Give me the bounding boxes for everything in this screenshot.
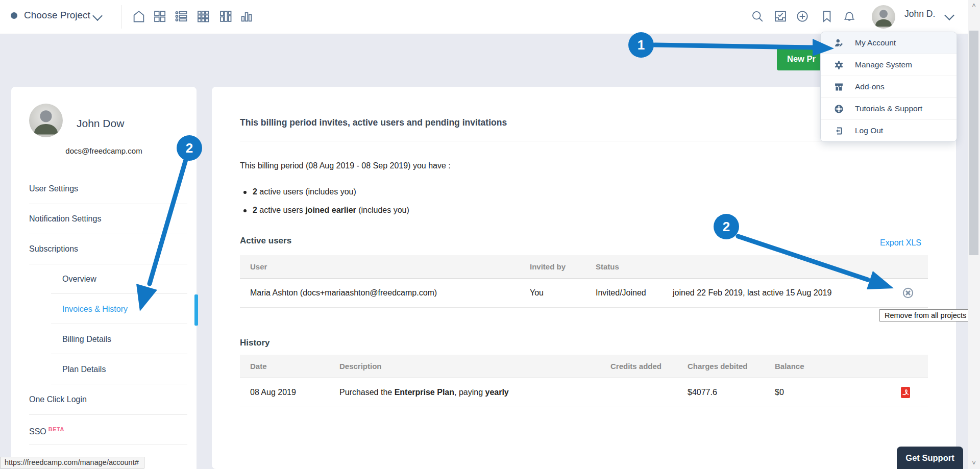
browser-status-url: https://freedcamp.com/manage/account# <box>0 457 144 468</box>
notifications-bell-icon[interactable] <box>841 8 857 24</box>
cell-balance: $0 <box>765 378 883 407</box>
home-icon[interactable] <box>131 8 147 24</box>
annotation-badge-1: 1 <box>628 32 654 58</box>
col-invited-by: Invited by <box>520 255 585 279</box>
header-divider <box>121 5 121 29</box>
gear-icon <box>834 60 844 70</box>
sidebar-user-email: docs@freedcamp.com <box>11 146 197 155</box>
cell-date: 08 Aug 2019 <box>240 378 329 407</box>
user-dropdown-menu: My Account Manage System Add-ons Tutoria… <box>820 32 957 142</box>
freedcamp-app: Choose Project John D. <box>0 0 980 469</box>
chart-view-icon[interactable] <box>238 8 255 24</box>
cell-invited-by: You <box>520 279 585 308</box>
logout-icon <box>834 126 844 136</box>
billing-period-line: This billing period (08 Aug 2019 - 08 Se… <box>240 161 451 170</box>
quick-add-icon[interactable] <box>794 8 811 24</box>
cell-user: Maria Ashton (docs+mariaashton@freedcamp… <box>240 279 520 308</box>
col-credits-added: Credits added <box>600 355 677 378</box>
active-users-title: Active users <box>240 236 291 246</box>
user-menu-chevron-icon[interactable] <box>944 10 954 20</box>
col-balance: Balance <box>765 355 883 378</box>
scroll-down-icon[interactable]: ˅ <box>970 460 977 467</box>
history-row: 08 Aug 2019 Purchased the Enterprise Pla… <box>240 378 928 407</box>
cell-charges: $4077.6 <box>677 378 765 407</box>
col-charges-debited: Charges debited <box>677 355 765 378</box>
col-description: Description <box>329 355 600 378</box>
chevron-down-icon <box>92 11 103 21</box>
get-support-button[interactable]: Get Support <box>897 447 963 469</box>
remove-user-icon[interactable] <box>901 286 915 300</box>
help-ring-icon <box>834 104 844 114</box>
active-users-table: User Invited by Status Maria Ashton (doc… <box>240 255 928 308</box>
cell-description: Purchased the Enterprise Plan, paying ye… <box>329 378 600 407</box>
cell-credits <box>600 378 677 407</box>
kanban-view-icon[interactable] <box>217 8 234 24</box>
active-item-indicator <box>194 294 198 326</box>
menu-item-add-ons[interactable]: Add-ons <box>821 76 957 98</box>
search-icon[interactable] <box>749 8 766 24</box>
page-scrollbar[interactable]: ˄ ˅ <box>968 0 980 469</box>
project-color-dot <box>11 12 17 19</box>
store-icon <box>834 82 844 92</box>
sidebar-item-one-click-login[interactable]: One Click Login <box>29 384 187 415</box>
remove-tooltip: Remove from all projects <box>879 309 971 322</box>
sidebar-user-name: John Dow <box>77 117 124 130</box>
col-user: User <box>240 255 520 279</box>
active-user-row: Maria Ashton (docs+mariaashton@freedcamp… <box>240 279 928 308</box>
col-date: Date <box>240 355 329 378</box>
menu-item-manage-system[interactable]: Manage System <box>821 54 957 76</box>
bookmark-icon[interactable] <box>819 8 835 24</box>
sidebar-item-user-settings[interactable]: User Settings <box>29 174 187 204</box>
user-avatar[interactable] <box>872 5 895 29</box>
bullet-dot <box>243 209 247 212</box>
bullet-joined-earlier: 2 active users joined earlier (includes … <box>243 206 409 215</box>
board-view-icon[interactable] <box>152 8 168 24</box>
history-table: Date Description Credits added Charges d… <box>240 355 928 407</box>
cell-status: Invited/Joined <box>585 279 663 308</box>
menu-item-tutorials-support[interactable]: Tutorials & Support <box>821 98 957 120</box>
beta-badge: BETA <box>48 426 64 432</box>
new-project-button[interactable]: New Pr <box>777 47 826 70</box>
table-header-row: User Invited by Status <box>240 255 928 279</box>
billing-main-panel: This billing period invites, active user… <box>212 87 956 469</box>
sidebar-item-plan-details[interactable]: Plan Details <box>51 354 187 384</box>
sidebar-item-invoices-history[interactable]: Invoices & History <box>51 294 187 324</box>
bullet-dot <box>243 191 247 194</box>
sidebar-item-billing-details[interactable]: Billing Details <box>51 324 187 354</box>
history-title: History <box>240 338 270 348</box>
export-xls-link[interactable]: Export XLS <box>880 238 921 248</box>
scrollbar-thumb[interactable] <box>969 31 978 255</box>
top-header-bar: Choose Project John D. <box>0 0 980 34</box>
bullet-active-users: 2 active users (includes you) <box>243 187 356 196</box>
sidebar-item-sso[interactable]: SSOBETA <box>29 414 187 445</box>
cell-activity: joined 22 Feb 2019, last active 15 Aug 2… <box>663 279 888 308</box>
sidebar-item-subscriptions[interactable]: Subscriptions <box>29 234 187 264</box>
page-title: This billing period invites, active user… <box>240 117 507 128</box>
invoice-pdf-icon[interactable] <box>900 386 911 399</box>
tasks-inbox-icon[interactable] <box>772 8 789 24</box>
person-edit-icon <box>834 38 844 48</box>
sidebar-avatar <box>29 104 63 137</box>
sidebar-item-overview[interactable]: Overview <box>51 264 187 294</box>
account-sidebar: John Dow docs@freedcamp.com User Setting… <box>11 87 197 469</box>
grid-view-icon[interactable] <box>195 8 211 24</box>
project-selector-label[interactable]: Choose Project <box>24 10 90 21</box>
col-status: Status <box>585 255 663 279</box>
menu-item-my-account[interactable]: My Account <box>821 32 957 54</box>
sidebar-item-notification-settings[interactable]: Notification Settings <box>29 204 187 234</box>
scroll-up-icon[interactable]: ˄ <box>970 2 977 9</box>
menu-item-log-out[interactable]: Log Out <box>821 120 957 141</box>
user-name[interactable]: John D. <box>904 9 935 19</box>
list-view-icon[interactable] <box>173 8 189 24</box>
table-header-row: Date Description Credits added Charges d… <box>240 355 928 378</box>
